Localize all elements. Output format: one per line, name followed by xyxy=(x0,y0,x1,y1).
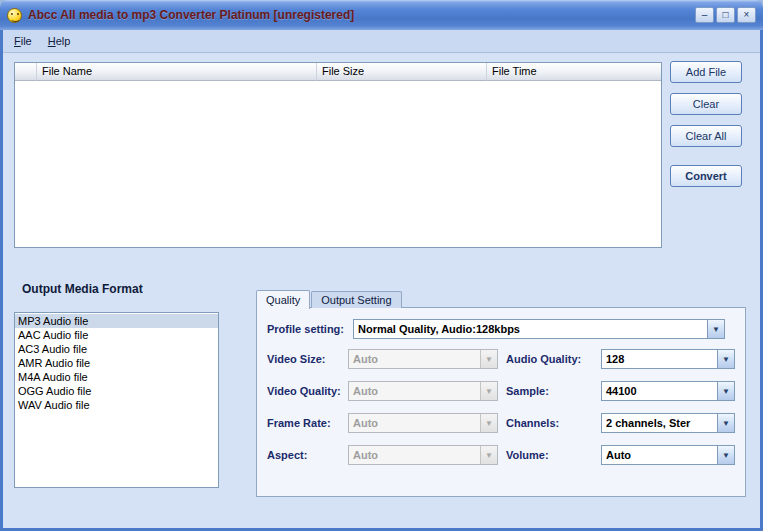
window-title: Abcc All media to mp3 Converter Platinum… xyxy=(28,8,689,22)
channels-combobox[interactable]: 2 channels, Ster ▼ xyxy=(601,413,735,433)
menu-file[interactable]: File xyxy=(6,32,40,50)
chevron-down-icon: ▼ xyxy=(480,382,497,400)
add-file-button[interactable]: Add File xyxy=(670,61,742,83)
client-area: File Name File Size File Time Add File C… xyxy=(3,53,760,528)
chevron-down-icon: ▼ xyxy=(480,446,497,464)
menu-file-rest: ile xyxy=(21,35,32,47)
sample-label: Sample: xyxy=(506,385,549,397)
window-body: File Help File Name File Size File Time … xyxy=(0,30,763,531)
menu-help-rest: elp xyxy=(56,35,71,47)
channels-label: Channels: xyxy=(506,417,559,429)
video-size-combobox: Auto ▼ xyxy=(348,349,498,369)
titlebar[interactable]: Abcc All media to mp3 Converter Platinum… xyxy=(0,0,763,30)
window-controls: – □ × xyxy=(695,7,756,23)
sample-combobox[interactable]: 44100 ▼ xyxy=(601,381,735,401)
volume-combobox[interactable]: Auto ▼ xyxy=(601,445,735,465)
chevron-down-icon: ▼ xyxy=(480,414,497,432)
app-smiley-icon xyxy=(7,8,22,23)
frame-rate-label: Frame Rate: xyxy=(267,417,331,429)
menu-file-accel: F xyxy=(14,35,21,47)
menu-help[interactable]: Help xyxy=(40,32,79,50)
profile-setting-label: Profile setting: xyxy=(267,323,344,335)
list-item-aac[interactable]: AAC Audio file xyxy=(15,328,218,342)
chevron-down-icon[interactable]: ▼ xyxy=(717,382,734,400)
audio-quality-combobox[interactable]: 128 ▼ xyxy=(601,349,735,369)
video-quality-combobox: Auto ▼ xyxy=(348,381,498,401)
clear-all-button[interactable]: Clear All xyxy=(670,125,742,147)
file-list-body[interactable] xyxy=(15,81,661,247)
channels-value: 2 channels, Ster xyxy=(602,414,717,432)
quality-panel: Profile setting: Normal Quality, Audio:1… xyxy=(256,307,746,497)
column-header-file-name[interactable]: File Name xyxy=(37,63,317,81)
file-list-header: File Name File Size File Time xyxy=(15,63,661,81)
maximize-button[interactable]: □ xyxy=(716,7,735,23)
clear-button[interactable]: Clear xyxy=(670,93,742,115)
aspect-combobox: Auto ▼ xyxy=(348,445,498,465)
video-size-label: Video Size: xyxy=(267,353,325,365)
list-item-ogg[interactable]: OGG Audio file xyxy=(15,384,218,398)
column-header-file-time[interactable]: File Time xyxy=(487,63,661,81)
aspect-value: Auto xyxy=(349,446,480,464)
list-item-mp3[interactable]: MP3 Audio file xyxy=(15,314,218,328)
tab-quality[interactable]: Quality xyxy=(256,290,310,309)
chevron-down-icon: ▼ xyxy=(480,350,497,368)
volume-label: Volume: xyxy=(506,449,549,461)
list-item-ac3[interactable]: AC3 Audio file xyxy=(15,342,218,356)
convert-button[interactable]: Convert xyxy=(670,165,742,187)
frame-rate-combobox: Auto ▼ xyxy=(348,413,498,433)
sample-value: 44100 xyxy=(602,382,717,400)
output-media-format-heading: Output Media Format xyxy=(22,282,143,296)
tab-output-setting[interactable]: Output Setting xyxy=(311,291,401,308)
app-window: Abcc All media to mp3 Converter Platinum… xyxy=(0,0,763,531)
menu-help-accel: H xyxy=(48,35,56,47)
minimize-button[interactable]: – xyxy=(695,7,714,23)
volume-value: Auto xyxy=(602,446,717,464)
list-item-m4a[interactable]: M4A Audio file xyxy=(15,370,218,384)
profile-setting-combobox[interactable]: Normal Quality, Audio:128kbps ▼ xyxy=(353,319,725,339)
close-button[interactable]: × xyxy=(737,7,756,23)
profile-setting-value: Normal Quality, Audio:128kbps xyxy=(354,320,707,338)
column-header-file-size[interactable]: File Size xyxy=(317,63,487,81)
audio-quality-value: 128 xyxy=(602,350,717,368)
column-header-blank[interactable] xyxy=(15,63,37,81)
video-quality-label: Video Quality: xyxy=(267,385,341,397)
chevron-down-icon[interactable]: ▼ xyxy=(717,446,734,464)
video-quality-value: Auto xyxy=(349,382,480,400)
menubar: File Help xyxy=(3,30,760,53)
settings-tabstrip: Quality Output Setting xyxy=(256,289,403,308)
output-format-listbox[interactable]: MP3 Audio file AAC Audio file AC3 Audio … xyxy=(14,312,219,488)
list-item-wav[interactable]: WAV Audio file xyxy=(15,398,218,412)
frame-rate-value: Auto xyxy=(349,414,480,432)
video-size-value: Auto xyxy=(349,350,480,368)
chevron-down-icon[interactable]: ▼ xyxy=(707,320,724,338)
aspect-label: Aspect: xyxy=(267,449,307,461)
chevron-down-icon[interactable]: ▼ xyxy=(717,350,734,368)
audio-quality-label: Audio Quality: xyxy=(506,353,581,365)
chevron-down-icon[interactable]: ▼ xyxy=(717,414,734,432)
list-item-amr[interactable]: AMR Audio file xyxy=(15,356,218,370)
file-list[interactable]: File Name File Size File Time xyxy=(14,62,662,248)
